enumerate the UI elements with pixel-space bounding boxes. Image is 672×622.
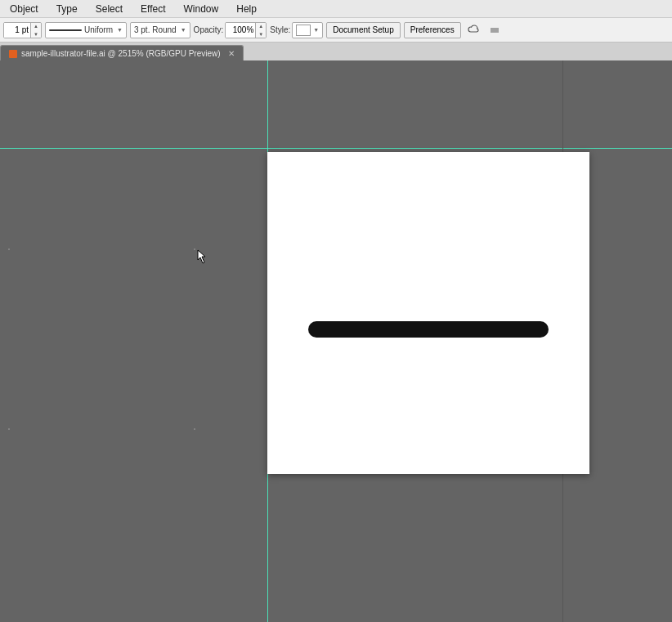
arrange-icon-button[interactable] [486, 21, 504, 39]
cursor-indicator [196, 248, 209, 262]
menu-type[interactable]: Type [53, 2, 81, 16]
artboard [267, 152, 589, 474]
doc-tab-active[interactable]: sample-illustrator-file.ai @ 2515% (RGB/… [0, 45, 244, 61]
style-swatch [296, 25, 311, 36]
toolbar: ▲ ▼ Uniform ▼ 3 pt. Round ▼ Opacity: ▲ ▼… [0, 18, 672, 43]
menu-help[interactable]: Help [233, 2, 260, 16]
style-group: Style: ▼ [270, 22, 323, 38]
opacity-input[interactable] [226, 23, 255, 38]
art-rounded-rect-shape [308, 321, 549, 338]
stroke-width-input[interactable] [4, 23, 30, 38]
doc-tab-icon [9, 50, 17, 58]
stroke-width-spinbox[interactable]: ▲ ▼ [3, 22, 42, 38]
opacity-spinbox[interactable]: ▲ ▼ [225, 22, 267, 38]
doc-tab-close[interactable]: ✕ [228, 49, 235, 58]
doc-tab-label: sample-illustrator-file.ai @ 2515% (RGB/… [21, 49, 221, 58]
menu-effect[interactable]: Effect [137, 2, 168, 16]
menu-select[interactable]: Select [92, 2, 126, 16]
menu-bar: Object Type Select Effect Window Help [0, 0, 672, 18]
opacity-arrows: ▲ ▼ [255, 22, 266, 38]
stroke-width-arrows: ▲ ▼ [30, 22, 41, 38]
stroke-style-dropdown[interactable]: Uniform ▼ [45, 22, 127, 38]
menu-window[interactable]: Window [181, 2, 222, 16]
stroke-width-group: ▲ ▼ [3, 22, 42, 38]
opacity-up[interactable]: ▲ [256, 22, 266, 30]
opacity-group: Opacity: ▲ ▼ [194, 22, 267, 38]
stroke-style-arrow: ▼ [117, 27, 123, 33]
opacity-label: Opacity: [194, 25, 224, 34]
arrange-icon [489, 25, 500, 36]
stroke-width-down[interactable]: ▼ [31, 30, 41, 38]
guide-horizontal-top [0, 148, 672, 149]
stroke-round-arrow: ▼ [181, 27, 186, 33]
menu-object[interactable]: Object [7, 2, 42, 16]
tab-bar: sample-illustrator-file.ai @ 2515% (RGB/… [0, 43, 672, 60]
style-arrow: ▼ [313, 27, 319, 33]
stroke-round-label: 3 pt. Round [134, 25, 177, 34]
ruler-tick-1 [8, 248, 10, 250]
style-dropdown[interactable]: ▼ [292, 22, 323, 38]
ruler-tick-2 [194, 248, 195, 250]
stroke-style-label: Uniform [84, 25, 113, 34]
stroke-width-up[interactable]: ▲ [31, 22, 41, 30]
canvas-area[interactable] [0, 60, 672, 622]
cloud-icon-button[interactable] [464, 21, 482, 39]
cursor-icon [196, 248, 209, 265]
stroke-round-dropdown[interactable]: 3 pt. Round ▼ [130, 22, 190, 38]
preferences-button[interactable]: Preferences [404, 22, 461, 38]
cloud-icon [467, 24, 480, 37]
ruler-tick-4 [194, 428, 195, 430]
opacity-down[interactable]: ▼ [256, 30, 266, 38]
ruler-tick-3 [8, 428, 10, 430]
document-setup-button[interactable]: Document Setup [326, 22, 401, 38]
style-label: Style: [270, 25, 290, 34]
